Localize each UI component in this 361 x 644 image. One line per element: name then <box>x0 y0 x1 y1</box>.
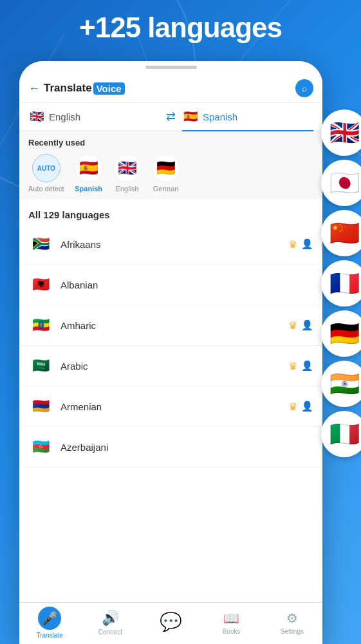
recent-list: AUTO Auto detect 🇪🇸 Spanish 🇬🇧 English 🇩… <box>28 154 313 193</box>
recent-german[interactable]: 🇩🇪 German <box>152 154 180 193</box>
translate-nav-label: Translate <box>36 632 62 639</box>
settings-nav-label: Settings <box>281 628 304 635</box>
list-item[interactable]: 🇪🇹 Amharic ♛ 👤 <box>19 305 322 346</box>
voice-icon: 👤 <box>301 401 313 412</box>
nav-chat[interactable]: 💬 <box>140 611 201 634</box>
recent-spanish[interactable]: 🇪🇸 Spanish <box>75 154 103 193</box>
amharic-badges: ♛ 👤 <box>288 319 313 332</box>
float-flag-de: 🇩🇪 <box>321 310 361 357</box>
float-flag-uk: 🇬🇧 <box>321 109 361 156</box>
list-item[interactable]: 🇦🇿 Azerbaijani <box>19 427 322 468</box>
german-flag-icon: 🇩🇪 <box>152 154 180 182</box>
target-lang-label: Spanish <box>203 111 237 122</box>
afrikaans-name: Afrikaans <box>60 239 281 250</box>
armenian-flag: 🇦🇲 <box>28 394 53 419</box>
swap-languages-button[interactable]: ⇄ <box>160 109 182 129</box>
auto-detect-icon: AUTO <box>32 154 60 182</box>
all-languages-title: All 129 languages <box>19 203 322 224</box>
afrikaans-flag: 🇿🇦 <box>28 232 53 256</box>
voice-icon: 👤 <box>301 360 313 372</box>
arabic-name: Arabic <box>60 361 281 372</box>
logo-translate: Translate <box>44 82 92 95</box>
header-title: +125 languages <box>0 12 361 44</box>
app-content: ← Translate Voice ⌕ 🇬🇧 English ⇄ 🇪🇸 Span… <box>19 73 322 644</box>
list-item[interactable]: 🇸🇦 Arabic ♛ 👤 <box>19 346 322 386</box>
target-language[interactable]: 🇪🇸 Spanish <box>182 108 313 131</box>
english-flag-icon: 🇬🇧 <box>113 154 142 182</box>
books-nav-label: Books <box>223 628 241 635</box>
app-logo: Translate Voice <box>44 82 125 95</box>
nav-translate[interactable]: 🎤 Translate <box>19 607 80 639</box>
recently-used-title: Recently used <box>28 138 313 147</box>
azerbaijani-flag: 🇦🇿 <box>28 435 53 459</box>
nav-connect[interactable]: 🔊 Connect <box>80 610 140 636</box>
amharic-flag: 🇪🇹 <box>28 313 53 337</box>
voice-icon: 👤 <box>301 319 313 331</box>
float-flag-jp: 🇯🇵 <box>321 160 361 206</box>
float-flag-fr: 🇫🇷 <box>321 260 361 307</box>
armenian-name: Armenian <box>60 401 281 412</box>
amharic-name: Amharic <box>60 320 281 331</box>
spanish-flag-icon: 🇪🇸 <box>75 154 103 182</box>
list-item[interactable]: 🇦🇲 Armenian ♛ 👤 <box>19 386 322 427</box>
afrikaans-badges: ♛ 👤 <box>288 238 313 251</box>
source-lang-label: English <box>49 111 80 122</box>
search-button[interactable]: ⌕ <box>295 79 313 97</box>
nav-books[interactable]: 📖 Books <box>201 611 262 635</box>
app-bar: ← Translate Voice ⌕ <box>19 73 322 103</box>
albanian-flag: 🇦🇱 <box>28 272 53 297</box>
crown-icon: ♛ <box>288 401 297 413</box>
source-language[interactable]: 🇬🇧 English <box>28 108 160 130</box>
phone-notch <box>19 61 322 73</box>
phone-frame: ← Translate Voice ⌕ 🇬🇧 English ⇄ 🇪🇸 Span… <box>19 61 322 644</box>
crown-icon: ♛ <box>288 319 297 332</box>
back-button[interactable]: ← <box>28 82 40 95</box>
books-nav-icon: 📖 <box>223 611 239 626</box>
float-flag-cn: 🇨🇳 <box>321 210 361 256</box>
source-flag: 🇬🇧 <box>28 108 45 125</box>
search-icon: ⌕ <box>302 83 307 93</box>
spanish-label: Spanish <box>75 185 102 193</box>
float-flag-it: 🇮🇹 <box>321 411 361 457</box>
list-item[interactable]: 🇿🇦 Afrikaans ♛ 👤 <box>19 224 322 265</box>
voice-icon: 👤 <box>301 238 313 250</box>
list-item[interactable]: 🇦🇱 Albanian <box>19 265 322 305</box>
logo-voice: Voice <box>93 82 125 95</box>
recent-english[interactable]: 🇬🇧 English <box>113 154 142 193</box>
connect-nav-label: Connect <box>98 629 122 636</box>
english-label: English <box>116 185 139 193</box>
arabic-badges: ♛ 👤 <box>288 360 313 372</box>
albanian-name: Albanian <box>60 279 306 290</box>
connect-nav-icon: 🔊 <box>102 610 119 627</box>
azerbaijani-name: Azerbaijani <box>60 442 306 453</box>
float-flags-container: 🇬🇧 🇯🇵 🇨🇳 🇫🇷 🇩🇪 🇮🇳 🇮🇹 <box>321 109 361 457</box>
translate-nav-icon: 🎤 <box>38 607 61 630</box>
crown-icon: ♛ <box>288 238 297 251</box>
chat-nav-icon: 💬 <box>160 611 182 632</box>
arabic-flag: 🇸🇦 <box>28 354 53 378</box>
language-selector: 🇬🇧 English ⇄ 🇪🇸 Spanish <box>19 103 322 131</box>
german-label: German <box>153 185 179 193</box>
phone-notch-dots <box>145 66 197 69</box>
settings-nav-icon: ⚙ <box>286 611 298 626</box>
language-list[interactable]: 🇿🇦 Afrikaans ♛ 👤 🇦🇱 Albanian 🇪🇹 Amharic … <box>19 224 322 602</box>
recently-used-section: Recently used AUTO Auto detect 🇪🇸 Spanis… <box>19 131 322 199</box>
bottom-navigation: 🎤 Translate 🔊 Connect 💬 📖 Books ⚙ Settin… <box>19 602 322 644</box>
nav-settings[interactable]: ⚙ Settings <box>262 611 322 635</box>
float-flag-in: 🇮🇳 <box>321 361 361 407</box>
recent-auto-detect[interactable]: AUTO Auto detect <box>28 154 64 193</box>
auto-detect-label: Auto detect <box>28 185 64 193</box>
armenian-badges: ♛ 👤 <box>288 401 313 413</box>
crown-icon: ♛ <box>288 360 297 372</box>
target-flag: 🇪🇸 <box>182 108 199 125</box>
app-bar-left: ← Translate Voice <box>28 82 125 95</box>
